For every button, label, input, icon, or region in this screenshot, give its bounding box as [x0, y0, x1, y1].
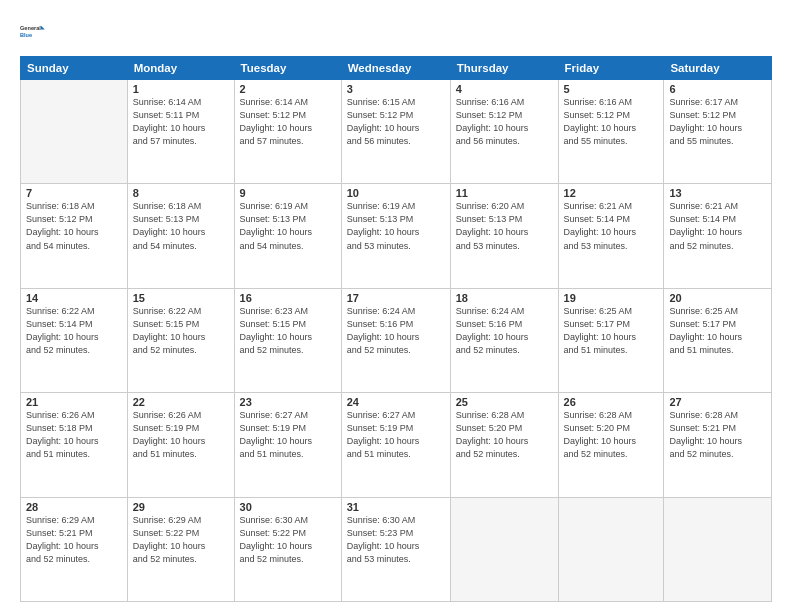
day-number: 18 [456, 292, 553, 304]
day-cell [450, 497, 558, 601]
day-cell: 13Sunrise: 6:21 AM Sunset: 5:14 PM Dayli… [664, 184, 772, 288]
day-info: Sunrise: 6:18 AM Sunset: 5:12 PM Dayligh… [26, 200, 122, 252]
day-info: Sunrise: 6:21 AM Sunset: 5:14 PM Dayligh… [669, 200, 766, 252]
day-cell: 8Sunrise: 6:18 AM Sunset: 5:13 PM Daylig… [127, 184, 234, 288]
day-info: Sunrise: 6:28 AM Sunset: 5:20 PM Dayligh… [456, 409, 553, 461]
svg-marker-2 [41, 26, 45, 30]
day-info: Sunrise: 6:30 AM Sunset: 5:23 PM Dayligh… [347, 514, 445, 566]
day-number: 12 [564, 187, 659, 199]
day-number: 7 [26, 187, 122, 199]
day-info: Sunrise: 6:29 AM Sunset: 5:21 PM Dayligh… [26, 514, 122, 566]
day-info: Sunrise: 6:27 AM Sunset: 5:19 PM Dayligh… [240, 409, 336, 461]
day-info: Sunrise: 6:25 AM Sunset: 5:17 PM Dayligh… [669, 305, 766, 357]
day-cell: 22Sunrise: 6:26 AM Sunset: 5:19 PM Dayli… [127, 393, 234, 497]
week-row-4: 21Sunrise: 6:26 AM Sunset: 5:18 PM Dayli… [21, 393, 772, 497]
day-info: Sunrise: 6:29 AM Sunset: 5:22 PM Dayligh… [133, 514, 229, 566]
week-row-1: 1Sunrise: 6:14 AM Sunset: 5:11 PM Daylig… [21, 80, 772, 184]
day-cell: 15Sunrise: 6:22 AM Sunset: 5:15 PM Dayli… [127, 288, 234, 392]
day-cell: 20Sunrise: 6:25 AM Sunset: 5:17 PM Dayli… [664, 288, 772, 392]
day-number: 8 [133, 187, 229, 199]
weekday-header-sunday: Sunday [21, 57, 128, 80]
day-number: 23 [240, 396, 336, 408]
day-cell: 12Sunrise: 6:21 AM Sunset: 5:14 PM Dayli… [558, 184, 664, 288]
day-number: 2 [240, 83, 336, 95]
day-cell: 16Sunrise: 6:23 AM Sunset: 5:15 PM Dayli… [234, 288, 341, 392]
day-number: 25 [456, 396, 553, 408]
day-number: 3 [347, 83, 445, 95]
day-number: 4 [456, 83, 553, 95]
day-number: 9 [240, 187, 336, 199]
day-cell: 19Sunrise: 6:25 AM Sunset: 5:17 PM Dayli… [558, 288, 664, 392]
day-number: 10 [347, 187, 445, 199]
weekday-header-thursday: Thursday [450, 57, 558, 80]
day-info: Sunrise: 6:15 AM Sunset: 5:12 PM Dayligh… [347, 96, 445, 148]
day-info: Sunrise: 6:17 AM Sunset: 5:12 PM Dayligh… [669, 96, 766, 148]
day-info: Sunrise: 6:18 AM Sunset: 5:13 PM Dayligh… [133, 200, 229, 252]
day-cell: 5Sunrise: 6:16 AM Sunset: 5:12 PM Daylig… [558, 80, 664, 184]
day-cell: 21Sunrise: 6:26 AM Sunset: 5:18 PM Dayli… [21, 393, 128, 497]
day-cell: 26Sunrise: 6:28 AM Sunset: 5:20 PM Dayli… [558, 393, 664, 497]
day-number: 11 [456, 187, 553, 199]
day-number: 5 [564, 83, 659, 95]
logo: GeneralBlue [20, 18, 48, 46]
weekday-header-row: SundayMondayTuesdayWednesdayThursdayFrid… [21, 57, 772, 80]
day-number: 16 [240, 292, 336, 304]
day-info: Sunrise: 6:19 AM Sunset: 5:13 PM Dayligh… [240, 200, 336, 252]
day-cell [558, 497, 664, 601]
day-cell: 18Sunrise: 6:24 AM Sunset: 5:16 PM Dayli… [450, 288, 558, 392]
day-info: Sunrise: 6:27 AM Sunset: 5:19 PM Dayligh… [347, 409, 445, 461]
day-info: Sunrise: 6:23 AM Sunset: 5:15 PM Dayligh… [240, 305, 336, 357]
day-number: 13 [669, 187, 766, 199]
weekday-header-wednesday: Wednesday [341, 57, 450, 80]
day-cell: 29Sunrise: 6:29 AM Sunset: 5:22 PM Dayli… [127, 497, 234, 601]
day-info: Sunrise: 6:26 AM Sunset: 5:18 PM Dayligh… [26, 409, 122, 461]
day-number: 14 [26, 292, 122, 304]
day-info: Sunrise: 6:28 AM Sunset: 5:21 PM Dayligh… [669, 409, 766, 461]
day-cell [664, 497, 772, 601]
day-cell: 7Sunrise: 6:18 AM Sunset: 5:12 PM Daylig… [21, 184, 128, 288]
day-info: Sunrise: 6:22 AM Sunset: 5:15 PM Dayligh… [133, 305, 229, 357]
day-cell: 1Sunrise: 6:14 AM Sunset: 5:11 PM Daylig… [127, 80, 234, 184]
weekday-header-friday: Friday [558, 57, 664, 80]
day-cell: 28Sunrise: 6:29 AM Sunset: 5:21 PM Dayli… [21, 497, 128, 601]
day-cell: 11Sunrise: 6:20 AM Sunset: 5:13 PM Dayli… [450, 184, 558, 288]
day-info: Sunrise: 6:25 AM Sunset: 5:17 PM Dayligh… [564, 305, 659, 357]
day-cell: 23Sunrise: 6:27 AM Sunset: 5:19 PM Dayli… [234, 393, 341, 497]
svg-text:General: General [20, 25, 41, 31]
day-info: Sunrise: 6:19 AM Sunset: 5:13 PM Dayligh… [347, 200, 445, 252]
day-number: 15 [133, 292, 229, 304]
day-number: 27 [669, 396, 766, 408]
day-info: Sunrise: 6:28 AM Sunset: 5:20 PM Dayligh… [564, 409, 659, 461]
day-cell: 14Sunrise: 6:22 AM Sunset: 5:14 PM Dayli… [21, 288, 128, 392]
day-number: 24 [347, 396, 445, 408]
week-row-2: 7Sunrise: 6:18 AM Sunset: 5:12 PM Daylig… [21, 184, 772, 288]
day-info: Sunrise: 6:21 AM Sunset: 5:14 PM Dayligh… [564, 200, 659, 252]
day-cell: 3Sunrise: 6:15 AM Sunset: 5:12 PM Daylig… [341, 80, 450, 184]
day-info: Sunrise: 6:16 AM Sunset: 5:12 PM Dayligh… [456, 96, 553, 148]
weekday-header-saturday: Saturday [664, 57, 772, 80]
day-number: 21 [26, 396, 122, 408]
day-info: Sunrise: 6:30 AM Sunset: 5:22 PM Dayligh… [240, 514, 336, 566]
day-number: 22 [133, 396, 229, 408]
day-number: 26 [564, 396, 659, 408]
weekday-header-tuesday: Tuesday [234, 57, 341, 80]
day-number: 29 [133, 501, 229, 513]
day-cell: 24Sunrise: 6:27 AM Sunset: 5:19 PM Dayli… [341, 393, 450, 497]
svg-text:Blue: Blue [20, 32, 32, 38]
day-info: Sunrise: 6:14 AM Sunset: 5:12 PM Dayligh… [240, 96, 336, 148]
week-row-3: 14Sunrise: 6:22 AM Sunset: 5:14 PM Dayli… [21, 288, 772, 392]
day-cell: 25Sunrise: 6:28 AM Sunset: 5:20 PM Dayli… [450, 393, 558, 497]
day-info: Sunrise: 6:16 AM Sunset: 5:12 PM Dayligh… [564, 96, 659, 148]
page-header: GeneralBlue [20, 18, 772, 46]
day-cell: 30Sunrise: 6:30 AM Sunset: 5:22 PM Dayli… [234, 497, 341, 601]
day-info: Sunrise: 6:20 AM Sunset: 5:13 PM Dayligh… [456, 200, 553, 252]
day-number: 30 [240, 501, 336, 513]
day-info: Sunrise: 6:26 AM Sunset: 5:19 PM Dayligh… [133, 409, 229, 461]
day-cell: 4Sunrise: 6:16 AM Sunset: 5:12 PM Daylig… [450, 80, 558, 184]
day-info: Sunrise: 6:24 AM Sunset: 5:16 PM Dayligh… [456, 305, 553, 357]
week-row-5: 28Sunrise: 6:29 AM Sunset: 5:21 PM Dayli… [21, 497, 772, 601]
day-number: 6 [669, 83, 766, 95]
day-cell: 2Sunrise: 6:14 AM Sunset: 5:12 PM Daylig… [234, 80, 341, 184]
logo-icon: GeneralBlue [20, 18, 48, 46]
day-info: Sunrise: 6:14 AM Sunset: 5:11 PM Dayligh… [133, 96, 229, 148]
